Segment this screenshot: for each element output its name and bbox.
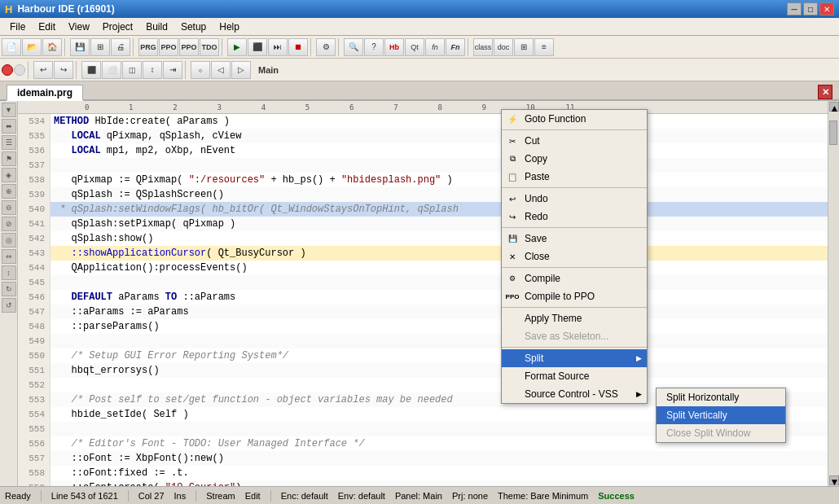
tb-save[interactable]: 💾 xyxy=(70,38,90,56)
tab-idemain[interactable]: idemain.prg xyxy=(7,85,83,101)
scrollbar-up[interactable]: ▲ xyxy=(829,102,839,112)
tb-save-all[interactable]: ⊞ xyxy=(90,38,110,56)
tb2-combo[interactable] xyxy=(14,64,25,76)
tb-search[interactable]: 🔍 xyxy=(344,38,363,56)
sidebar-icon-12[interactable]: ↻ xyxy=(2,282,16,296)
table-row: 538 qPixmap := QPixmap( ":/resources" + … xyxy=(18,173,828,187)
menu-bar: File Edit View Project Build Setup Help xyxy=(0,18,839,36)
status-bar: Ready Line 543 of 1621 Col 27 Ins Stream… xyxy=(0,486,839,504)
ctx-goto-function[interactable]: ⚡ Goto Function xyxy=(502,110,647,128)
tb-help[interactable]: ? xyxy=(364,38,384,56)
tb2-b5[interactable]: ⇥ xyxy=(163,61,182,79)
ctx-source-control[interactable]: Source Control - VSS xyxy=(502,385,647,403)
tb-class[interactable]: class xyxy=(473,38,493,56)
menu-project[interactable]: Project xyxy=(96,20,139,34)
scrollbar-thumb[interactable] xyxy=(829,121,837,145)
sep5 xyxy=(338,38,341,56)
scrollbar-down[interactable]: ▼ xyxy=(829,476,839,485)
ctx-sep-2 xyxy=(502,187,647,188)
tb-open[interactable]: 📂 xyxy=(22,38,42,56)
menu-build[interactable]: Build xyxy=(139,20,174,34)
scrollbar-track[interactable] xyxy=(828,112,839,475)
ctx-redo[interactable]: ↪ Redo xyxy=(502,208,647,226)
save-skeleton-icon xyxy=(505,331,520,342)
tb-stop[interactable]: ⏹ xyxy=(288,38,308,56)
tb2-find[interactable]: ◁ xyxy=(211,61,231,79)
redo-icon: ↪ xyxy=(505,211,520,222)
ctx-copy[interactable]: ⧉ Copy xyxy=(502,150,647,168)
submenu-split-vertically[interactable]: Split Vertically xyxy=(657,406,785,424)
tb-home[interactable]: 🏠 xyxy=(42,38,62,56)
sidebar-icon-4[interactable]: ⚑ xyxy=(2,151,16,166)
sidebar-icon-9[interactable]: ◎ xyxy=(2,233,16,248)
tb2-b3[interactable]: ◫ xyxy=(122,61,142,79)
tb-qt[interactable]: Qt xyxy=(405,38,424,56)
menu-edit[interactable]: Edit xyxy=(32,20,62,34)
menu-setup[interactable]: Setup xyxy=(174,20,213,34)
sidebar-icon-6[interactable]: ⊕ xyxy=(2,184,16,199)
tb-fn2[interactable]: Fn xyxy=(446,38,465,56)
tb-fn[interactable]: fn xyxy=(425,38,445,56)
tb-print[interactable]: 🖨 xyxy=(111,38,130,56)
table-row: 557 ::oFont := XbpFont():new() xyxy=(18,451,828,466)
menu-help[interactable]: Help xyxy=(213,20,246,34)
sep1 xyxy=(64,38,68,56)
submenu-close-split-window[interactable]: Close Split Window xyxy=(657,424,785,442)
maximize-button[interactable]: □ xyxy=(803,2,818,15)
sidebar-icon-10[interactable]: ⇔ xyxy=(2,249,16,264)
tb-hb[interactable]: Hb xyxy=(384,38,404,56)
ctx-compile-ppo[interactable]: PPO Compile to PPO xyxy=(502,287,647,305)
tb-run[interactable]: ▶ xyxy=(227,38,247,56)
sidebar-icon-13[interactable]: ↺ xyxy=(2,298,16,313)
sidebar-icon-8[interactable]: ⊘ xyxy=(2,217,16,231)
tb-doc[interactable]: doc xyxy=(494,38,513,56)
right-scrollbar[interactable]: ▲ ▼ xyxy=(828,101,839,486)
tb-ppo2[interactable]: PPO xyxy=(179,38,199,56)
menu-view[interactable]: View xyxy=(62,20,96,34)
sidebar-icon-2[interactable]: ⬌ xyxy=(2,119,16,134)
ctx-split[interactable]: Split xyxy=(502,349,647,367)
sidebar-icon-5[interactable]: ◈ xyxy=(2,168,16,182)
status-sep-2 xyxy=(128,490,129,502)
ctx-cut[interactable]: ✂ Cut xyxy=(502,132,647,150)
sidebar-icon-11[interactable]: ↕ xyxy=(2,265,16,280)
tb-debug[interactable]: ⬛ xyxy=(248,38,267,56)
ctx-paste[interactable]: 📋 Paste xyxy=(502,168,647,186)
tb2-repl[interactable]: ▷ xyxy=(231,61,251,79)
minimize-button[interactable]: ─ xyxy=(787,2,802,15)
ctx-sep-5 xyxy=(502,307,647,308)
sidebar-icon-3[interactable]: ☰ xyxy=(2,135,16,150)
ctx-format-source[interactable]: Format Source xyxy=(502,367,647,385)
table-row: 549 xyxy=(18,334,828,348)
ctx-compile[interactable]: ⚙ Compile xyxy=(502,270,647,287)
tb2-redo[interactable]: ↪ xyxy=(54,61,73,79)
ctx-close[interactable]: ✕ Close xyxy=(502,248,647,265)
sidebar-icon-7[interactable]: ⊖ xyxy=(2,200,16,215)
tb-ppo[interactable]: PPO xyxy=(159,38,178,56)
tb-new[interactable]: 📄 xyxy=(2,38,21,56)
ctx-save-skeleton[interactable]: Save as Skeleton... xyxy=(502,327,647,345)
tb2-b1[interactable]: ⬛ xyxy=(81,61,101,79)
tb2-b2[interactable]: ⬜ xyxy=(102,61,121,79)
tb-tdo[interactable]: TDO xyxy=(200,38,219,56)
menu-file[interactable]: File xyxy=(3,20,32,34)
title-bar-left: H Harbour IDE (r16901) xyxy=(5,3,115,15)
sidebar-icon-1[interactable]: ▼ xyxy=(2,103,16,117)
tb-list[interactable]: ≡ xyxy=(534,38,554,56)
tb-prg[interactable]: PRG xyxy=(138,38,158,56)
tb-grid[interactable]: ⊞ xyxy=(514,38,534,56)
tb2-undo[interactable]: ↩ xyxy=(33,61,53,79)
ctx-apply-theme[interactable]: Apply Theme xyxy=(502,309,647,327)
close-tab-button[interactable]: ✕ xyxy=(818,85,832,99)
tb2-b4[interactable]: ↕ xyxy=(143,61,162,79)
ctx-save[interactable]: 💾 Save xyxy=(502,230,647,248)
close-button[interactable]: ✕ xyxy=(819,2,834,15)
submenu-split-horizontally[interactable]: Split Horizontally xyxy=(657,388,785,406)
tb2-search[interactable]: ⬦ xyxy=(191,61,210,79)
tb2-dot[interactable] xyxy=(2,64,13,76)
title-bar: H Harbour IDE (r16901) ─ □ ✕ xyxy=(0,0,839,18)
tb-step[interactable]: ⏭ xyxy=(268,38,288,56)
tb-settings[interactable]: ⚙ xyxy=(316,38,336,56)
title-bar-controls: ─ □ ✕ xyxy=(787,2,834,15)
ctx-undo[interactable]: ↩ Undo xyxy=(502,190,647,208)
